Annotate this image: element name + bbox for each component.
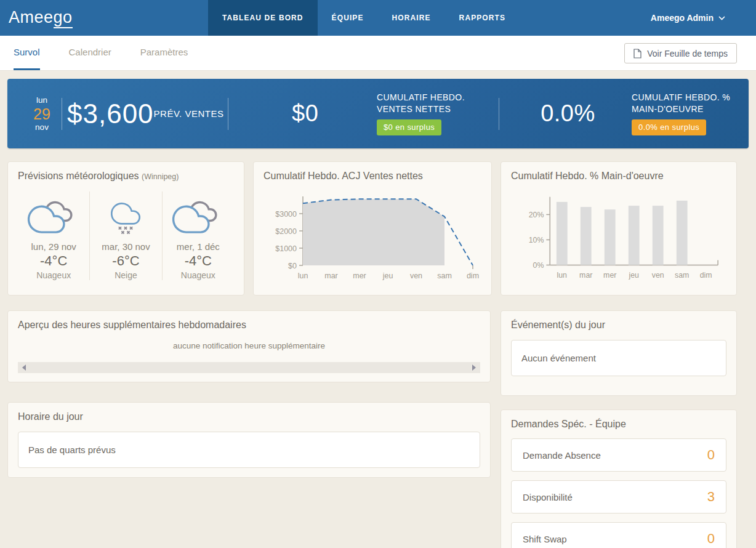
overtime-card: Aperçu des heures supplémentaires hebdom… [7, 310, 491, 382]
net-sales-label-line1: CUMULATIF HEBDO. [377, 92, 488, 103]
subnav: Survol Calendrier Paramètres Voir Feuill… [0, 36, 756, 71]
widgets-row: Prévisions météorologiques (Winnipeg) lu… [7, 161, 749, 296]
logo-text: Amee [9, 8, 54, 26]
weather-card: Prévisions météorologiques (Winnipeg) lu… [7, 161, 244, 296]
banner-date-day: 29 [27, 105, 57, 123]
clouds-icon [26, 198, 81, 235]
labour-surplus-badge: 0.0% en surplus [632, 119, 706, 135]
scroll-left-icon[interactable] [22, 365, 26, 371]
left-column: Aperçu des heures supplémentaires hebdom… [7, 310, 491, 478]
tab-calendar[interactable]: Calendrier [69, 36, 111, 70]
view-timesheet-button[interactable]: Voir Feuille de temps [624, 43, 737, 63]
overtime-title: Aperçu des heures supplémentaires hebdom… [18, 320, 480, 331]
weather-day: mer, 1 déc -4°C Nuageux [162, 191, 234, 280]
banner-divider [499, 98, 499, 130]
weather-card-title: Prévisions météorologiques (Winnipeg) [18, 171, 234, 182]
user-name: Ameego Admin [651, 13, 714, 23]
labour-chart-card: Cumulatif Hebdo. % Main-d'oeuvre 0%10%20… [501, 161, 737, 296]
svg-text:$3000: $3000 [275, 210, 297, 219]
svg-text:dim: dim [467, 272, 479, 280]
events-title: Événement(s) du jour [511, 320, 726, 331]
main-nav: TABLEAU DE BORD ÉQUIPE HORAIRE RAPPORTS [208, 0, 520, 36]
net-sales-chart-card: Cumulatif Hebdo. ACJ Ventes nettes $0$10… [253, 161, 492, 296]
svg-text:ven: ven [410, 272, 422, 280]
net-sales-label-line2: VENTES NETTES [377, 103, 488, 115]
weather-day: lun, 29 nov -4°C Nuageux [18, 191, 89, 280]
daily-schedule-card: Horaire du jour Pas de quarts prévus [7, 402, 491, 478]
banner-date-month: nov [27, 123, 57, 132]
clouds-icon [171, 198, 225, 235]
events-empty-box: Aucun événement [511, 340, 726, 376]
scroll-right-icon[interactable] [472, 365, 476, 371]
labour-label-line2: MAIN-D'OEUVRE [632, 103, 742, 115]
weather-day-date: mer, 1 déc [163, 241, 234, 252]
svg-text:10%: 10% [529, 236, 544, 244]
nav-tab-schedule[interactable]: HORAIRE [378, 0, 445, 36]
svg-text:dim: dim [700, 271, 712, 280]
banner-date: lun 29 nov [27, 95, 57, 131]
labour-label-line1: CUMULATIF HEBDO. % [632, 92, 742, 103]
tab-overview[interactable]: Survol [14, 36, 40, 70]
nav-tab-dashboard[interactable]: TABLEAU DE BORD [208, 0, 318, 36]
banner-divider [228, 98, 228, 130]
logo-text-underlined: go [54, 8, 73, 28]
svg-text:0%: 0% [533, 261, 544, 270]
labour-chart-title: Cumulatif Hebdo. % Main-d'oeuvre [511, 171, 726, 182]
request-label: Disponibilité [523, 492, 573, 502]
tab-settings[interactable]: Paramètres [140, 36, 188, 70]
weather-day-temp: -6°C [90, 253, 161, 269]
request-count-badge: 0 [707, 531, 715, 547]
kpi-banner: lun 29 nov $3,600 PRÉV. VENTES $0 CUMULA… [7, 79, 749, 148]
view-timesheet-label: Voir Feuille de temps [647, 49, 728, 58]
weather-title-text: Prévisions météorologiques [18, 171, 139, 181]
banner-date-weekday: lun [27, 95, 57, 105]
events-card: Événement(s) du jour Aucun événement [501, 310, 737, 396]
svg-text:lun: lun [298, 272, 308, 280]
svg-text:ven: ven [652, 271, 664, 280]
cloud-snow-icon [110, 197, 141, 235]
labour-bar-chart: 0%10%20%lunmarmerjeuvensamdim [511, 187, 726, 286]
document-icon [633, 49, 641, 58]
team-requests-title: Demandes Spéc. - Équipe [511, 419, 726, 430]
net-sales-label: CUMULATIF HEBDO. VENTES NETTES $0 en sur… [377, 92, 488, 135]
net-sales-chart-title: Cumulatif Hebdo. ACJ Ventes nettes [263, 171, 481, 182]
weather-day-temp: -4°C [18, 253, 89, 269]
request-row-absence[interactable]: Demande Absence 0 [511, 438, 726, 472]
weather-location: (Winnipeg) [142, 172, 179, 181]
weather-day: mar, 30 nov -6°C Neige [89, 191, 161, 280]
right-column: Événement(s) du jour Aucun événement Dem… [501, 310, 737, 548]
svg-text:20%: 20% [529, 211, 544, 219]
daily-schedule-title: Horaire du jour [18, 411, 480, 422]
weather-day-date: mar, 30 nov [90, 241, 161, 252]
overtime-empty-message: aucune notification heure supplémentaire [18, 341, 480, 350]
svg-text:$1000: $1000 [275, 244, 297, 253]
svg-text:mer: mer [603, 271, 616, 280]
svg-text:mar: mar [324, 272, 338, 280]
banner-divider [62, 98, 62, 130]
svg-text:sam: sam [675, 271, 689, 280]
svg-text:$0: $0 [288, 262, 297, 270]
forecast-sales-value: $3,600 [67, 99, 154, 129]
svg-text:jeu: jeu [382, 272, 393, 280]
nav-tab-reports[interactable]: RAPPORTS [445, 0, 520, 36]
weather-day-temp: -4°C [163, 253, 234, 269]
chevron-down-icon [718, 16, 725, 20]
net-sales-value: $0 [292, 100, 318, 126]
net-sales-surplus-badge: $0 en surplus [377, 119, 441, 135]
svg-text:lun: lun [557, 271, 568, 280]
labour-kpi: 0.0% CUMULATIF HEBDO. % MAIN-D'OEUVRE 0.… [504, 79, 749, 148]
horizontal-scrollbar[interactable] [18, 362, 480, 373]
app-logo[interactable]: Ameego [9, 0, 129, 36]
svg-text:$2000: $2000 [275, 227, 297, 236]
labour-value: 0.0% [541, 100, 595, 126]
net-sales-area-chart: $0$1000$2000$3000lunmarmerjeuvensamdim [263, 187, 481, 286]
forecast-sales-kpi: $3,600 PRÉV. VENTES [67, 79, 223, 148]
request-row-shift-swap[interactable]: Shift Swap 0 [511, 522, 726, 548]
svg-text:mar: mar [579, 271, 592, 280]
svg-text:sam: sam [437, 272, 452, 280]
user-menu[interactable]: Ameego Admin [651, 0, 725, 36]
top-navbar: Ameego TABLEAU DE BORD ÉQUIPE HORAIRE RA… [0, 0, 756, 36]
weather-day-condition: Nuageux [163, 270, 234, 280]
nav-tab-team[interactable]: ÉQUIPE [318, 0, 378, 36]
request-row-availability[interactable]: Disponibilité 3 [511, 480, 726, 514]
